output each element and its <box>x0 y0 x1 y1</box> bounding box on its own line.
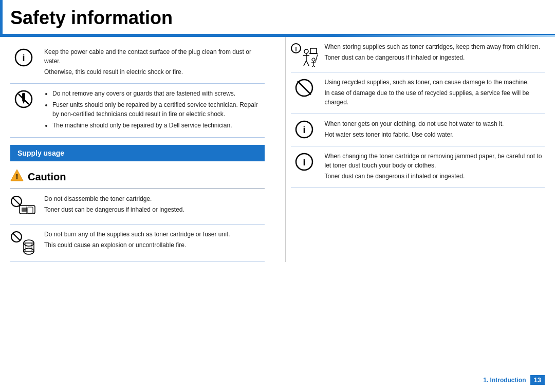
header-divider <box>0 35 555 37</box>
page-title: Safety information <box>0 0 555 35</box>
svg-text:i: i <box>22 53 25 63</box>
svg-line-26 <box>304 61 306 66</box>
no-cartridge-icon <box>10 195 37 219</box>
page-header: Safety information <box>0 0 555 37</box>
caution-row-1-text-1: Do not disassemble the toner cartridge. <box>44 194 265 203</box>
caution-row-1-text: Do not disassemble the toner cartridge. … <box>44 194 265 216</box>
right-row-3: i When toner gets on your clothing, do n… <box>291 114 545 146</box>
circle-i-icon: i <box>14 48 33 67</box>
warning-row-2-item-2: Fuser units should only be repaired by a… <box>52 100 265 119</box>
circle-i-icon-cell: i <box>10 47 37 67</box>
warning-row-2: Do not remove any covers or guards that … <box>10 84 265 138</box>
child-warning-icon: i <box>291 43 318 67</box>
warning-row-1-text: Keep the power cable and the contact sur… <box>44 47 265 78</box>
right-row-2-text-2: In case of damage due to the use of recy… <box>325 88 545 107</box>
no-tools-icon-cell <box>10 89 37 108</box>
right-row-2: Using recycled supplies, such as toner, … <box>291 72 545 114</box>
no-burn-icon-cell <box>10 230 37 256</box>
svg-text:i: i <box>303 125 305 135</box>
caution-triangle-icon: ! <box>10 169 24 185</box>
chapter-label: 1. Introduction <box>483 377 526 384</box>
svg-line-37 <box>298 81 311 95</box>
page-footer: 1. Introduction 13 <box>483 375 545 385</box>
svg-line-27 <box>306 61 309 66</box>
svg-line-9 <box>13 198 20 205</box>
right-row-1-text: When storing supplies such as toner cart… <box>325 42 545 64</box>
warning-row-1-text-2: Otherwise, this could result in electric… <box>44 67 265 77</box>
main-content: i Keep the power cable and the contact s… <box>0 37 555 262</box>
svg-line-35 <box>316 54 318 62</box>
right-row-4-text-1: When changing the toner cartridge or rem… <box>325 152 545 170</box>
caution-row-2: Do not burn any of the supplies such as … <box>10 225 265 262</box>
svg-rect-17 <box>24 243 34 251</box>
svg-point-23 <box>304 49 308 53</box>
right-row-3-text-2: Hot water sets toner into fabric. Use co… <box>325 130 545 139</box>
svg-line-33 <box>312 66 313 67</box>
svg-marker-5 <box>22 100 25 104</box>
svg-line-34 <box>313 66 315 67</box>
no-recycle-icon <box>295 79 313 97</box>
warning-row-2-item-1: Do not remove any covers or guards that … <box>52 89 265 98</box>
warning-section: i Keep the power cable and the contact s… <box>10 42 265 138</box>
svg-rect-11 <box>22 208 27 212</box>
caution-label: Caution <box>28 171 66 183</box>
right-row-3-text-1: When toner gets on your clothing, do not… <box>325 119 545 128</box>
circle-i-icon-4: i <box>295 153 313 171</box>
svg-text:i: i <box>303 157 305 167</box>
no-burn-icon <box>10 231 37 256</box>
svg-rect-28 <box>310 48 317 53</box>
no-cartridge-icon-cell <box>10 194 37 219</box>
circle-i-icon-cell-3: i <box>291 119 318 139</box>
warning-row-1-text-1: Keep the power cable and the contact sur… <box>44 47 265 66</box>
caution-row-2-text: Do not burn any of the supplies such as … <box>44 230 265 251</box>
caution-rows: Do not disassemble the toner cartridge. … <box>10 189 265 262</box>
page-number: 13 <box>530 375 545 385</box>
warning-row-1: i Keep the power cable and the contact s… <box>10 42 265 84</box>
caution-row-2-text-1: Do not burn any of the supplies such as … <box>44 230 265 239</box>
no-tools-icon <box>14 90 33 108</box>
svg-rect-13 <box>28 207 33 213</box>
caution-header: ! Caution <box>10 161 265 189</box>
right-row-1-text-2: Toner dust can be dangerous if inhaled o… <box>325 53 545 62</box>
right-row-2-text-1: Using recycled supplies, such as toner, … <box>325 78 545 87</box>
svg-text:i: i <box>295 46 297 52</box>
svg-text:!: ! <box>16 173 18 181</box>
triangle-warning-icon: ! <box>10 169 24 182</box>
right-row-1-text-1: When storing supplies such as toner cart… <box>325 42 545 51</box>
caution-row-1: Do not disassemble the toner cartridge. … <box>10 189 265 225</box>
circle-i-icon-cell-4: i <box>291 152 318 171</box>
no-recycle-icon-cell <box>291 78 318 97</box>
right-row-4: i When changing the toner cartridge or r… <box>291 146 545 188</box>
right-row-2-text: Using recycled supplies, such as toner, … <box>325 78 545 108</box>
blue-accent-bar <box>0 0 3 37</box>
right-row-3-text: When toner gets on your clothing, do not… <box>325 119 545 141</box>
right-column: i <box>285 37 545 262</box>
caution-row-1-text-2: Toner dust can be dangerous if inhaled o… <box>44 205 265 214</box>
supply-usage-header: Supply usage <box>10 145 265 161</box>
svg-rect-4 <box>22 93 25 100</box>
right-row-4-text: When changing the toner cartridge or rem… <box>325 152 545 182</box>
warning-row-2-list: Do not remove any covers or guards that … <box>44 89 265 130</box>
child-warning-icon-cell: i <box>291 42 318 67</box>
left-column: i Keep the power cable and the contact s… <box>10 37 270 262</box>
right-row-4-text-2: Toner dust can be dangerous if inhaled o… <box>325 172 545 181</box>
svg-point-30 <box>312 58 315 61</box>
right-row-1: i <box>291 37 545 72</box>
warning-row-2-item-3: The machine should only be repaired by a… <box>52 121 265 130</box>
svg-line-15 <box>13 233 20 240</box>
circle-i-icon-3: i <box>295 120 313 139</box>
warning-row-2-text: Do not remove any covers or guards that … <box>44 89 265 132</box>
caution-row-2-text-2: This could cause an explosion or uncontr… <box>44 240 265 250</box>
